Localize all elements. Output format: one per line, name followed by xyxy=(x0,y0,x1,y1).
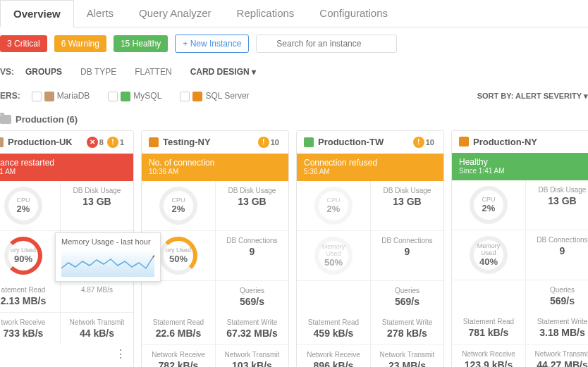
metric-cell: Statement Read781 kB/s xyxy=(452,312,525,344)
gauge-memory: Memory Used50% xyxy=(297,230,370,280)
status-time: 10:36 AM xyxy=(149,168,281,175)
tab-overview[interactable]: Overview xyxy=(0,0,74,27)
instance-card: Testing-NY!10No. of connection10:36 AMCP… xyxy=(141,130,289,367)
gauge-cpu: CPU2% xyxy=(452,180,525,230)
metric-cell: 4.87 MB/s xyxy=(60,280,133,312)
alert-red-icon: ✕ xyxy=(87,137,98,148)
gauge-cpu: CPU2% xyxy=(297,181,370,230)
checkbox[interactable] xyxy=(108,92,118,101)
card-header[interactable]: Production-NY xyxy=(452,131,588,153)
mssql-icon xyxy=(459,137,469,147)
search-input[interactable] xyxy=(256,35,397,53)
filter-maria[interactable]: MariaDB xyxy=(27,88,94,104)
tabs-bar: OverviewAlertsQuery AnalyzerReplications… xyxy=(0,0,588,27)
status-title: stance restarted xyxy=(0,158,126,168)
view-carddesign[interactable]: CARD DESIGN ▾ xyxy=(186,64,260,80)
view-groups[interactable]: GROUPS xyxy=(21,64,66,80)
alert-count: 8 xyxy=(99,138,104,147)
metric-cell: twork Receive733 kB/s xyxy=(0,312,60,344)
gauge-cpu: CPU2% xyxy=(142,181,215,230)
new-instance-button[interactable]: + New Instance xyxy=(175,35,249,53)
sort-control[interactable]: SORT BY: ALERT SEVERITY ▾ xyxy=(477,92,588,101)
filter-mysql[interactable]: MySQL xyxy=(104,88,166,104)
metrics-grid: CPU2%DB Disk Usage13 GBMemory Used40%DB … xyxy=(452,180,588,312)
status-bar: stance restarted:41 AM xyxy=(0,154,133,181)
badge-warning[interactable]: 6 Warning xyxy=(54,35,106,52)
filters-label: ERS: xyxy=(0,91,20,101)
metric-cell: Statement Write3.18 MB/s xyxy=(525,312,588,344)
metric-cell: Statement Read459 kB/s xyxy=(297,313,370,344)
alert-count: 10 xyxy=(426,138,434,147)
gauge-cpu: CPU2% xyxy=(0,181,60,230)
filter-mssql[interactable]: SQL Server xyxy=(176,88,253,104)
metric-cell: atement Read2.13 MB/s xyxy=(0,280,60,312)
views-row: VS: GROUPS DB TYPE FLATTEN CARD DESIGN ▾ xyxy=(0,60,588,84)
instance-card: Production-NYHealthySince 1:41 AMCPU2%DB… xyxy=(451,130,588,367)
status-bar: HealthySince 1:41 AM xyxy=(452,153,588,180)
checkbox[interactable] xyxy=(32,92,42,101)
status-time: :41 AM xyxy=(0,168,126,175)
tab-replications[interactable]: Replications xyxy=(224,0,307,27)
metrics-bottom: Statement Read22.6 MB/sStatement Write67… xyxy=(142,313,288,367)
folder-icon xyxy=(0,115,11,124)
metric-cell: Network Transmit44.27 MB/s xyxy=(525,344,588,367)
views-label: VS: xyxy=(0,67,14,77)
checkbox[interactable] xyxy=(180,92,190,101)
metric-cell: Network Transmit23 MB/s xyxy=(370,344,443,367)
metric-cell: Network Receive123.9 kB/s xyxy=(452,344,525,367)
sparkline xyxy=(61,249,154,277)
metrics-grid: CPU2%DB Disk Usage13 GBMemory Used50%DB … xyxy=(297,181,443,313)
status-time: 5:36 AM xyxy=(304,168,436,175)
filters-row: ERS: MariaDBMySQLSQL ServerSORT BY: ALER… xyxy=(0,84,588,108)
mssql-icon xyxy=(149,137,159,147)
tab-configurations[interactable]: Configurations xyxy=(307,0,400,27)
status-title: Healthy xyxy=(459,157,588,167)
metric-cell: Network Transmit103 kB/s xyxy=(215,344,288,367)
alert-orange-icon: ! xyxy=(107,137,118,148)
status-bar: No. of connection10:36 AM xyxy=(142,154,288,181)
card-menu-icon[interactable]: ⋮ xyxy=(0,344,133,365)
view-flatten[interactable]: FLATTEN xyxy=(130,64,176,80)
tab-alerts[interactable]: Alerts xyxy=(74,0,126,27)
metric-cell: Network Receive782 kB/s xyxy=(142,344,215,367)
card-title: Production-UK xyxy=(8,137,73,147)
metric-cell: Statement Write67.32 MB/s xyxy=(215,313,288,344)
card-header[interactable]: Production-TW!10 xyxy=(297,131,443,154)
memory-tooltip: Memory Usage - last hour xyxy=(55,232,161,282)
metric-cell: Statement Read22.6 MB/s xyxy=(142,313,215,344)
metrics-bottom: Statement Read459 kB/sStatement Write278… xyxy=(297,313,443,367)
gauge-memory: ory Used90% xyxy=(0,230,60,280)
metric-cell: Statement Write278 kB/s xyxy=(370,313,443,344)
status-bar: Connection refused5:36 AM xyxy=(297,154,443,181)
metric-cell: Network Receive896 kB/s xyxy=(297,344,370,367)
alert-count: 1 xyxy=(120,138,124,147)
metrics-grid: CPU2%DB Disk Usage13 GBory Used50%DB Con… xyxy=(142,181,288,313)
maria-icon xyxy=(44,92,54,101)
view-dbtype[interactable]: DB TYPE xyxy=(76,64,121,80)
card-title: Production-TW xyxy=(318,137,384,147)
folder-row[interactable]: Production (6) xyxy=(0,108,588,130)
mysql-icon xyxy=(121,92,130,101)
summary-row: 3 Critical 6 Warning 15 Healthy + New In… xyxy=(0,27,588,60)
alert-orange-icon: ! xyxy=(413,137,424,148)
badge-healthy[interactable]: 15 Healthy xyxy=(114,35,168,52)
status-title: Connection refused xyxy=(304,158,436,168)
metrics-bottom: Statement Read781 kB/sStatement Write3.1… xyxy=(452,312,588,367)
instance-card: Production-TW!10Connection refused5:36 A… xyxy=(296,130,444,367)
gauge-memory: Memory Used40% xyxy=(452,230,525,280)
tooltip-title: Memory Usage - last hour xyxy=(61,237,151,246)
alert-count: 10 xyxy=(271,138,279,147)
status-time: Since 1:41 AM xyxy=(459,167,588,175)
status-title: No. of connection xyxy=(149,158,281,168)
badge-critical[interactable]: 3 Critical xyxy=(0,35,47,52)
alert-orange-icon: ! xyxy=(258,137,269,148)
card-title: Testing-NY xyxy=(163,137,211,147)
tab-query-analyzer[interactable]: Query Analyzer xyxy=(126,0,224,27)
card-header[interactable]: Production-UK✕8!1 xyxy=(0,131,133,154)
mysql-icon xyxy=(304,137,314,147)
search-wrap xyxy=(256,35,397,53)
card-header[interactable]: Testing-NY!10 xyxy=(142,131,288,154)
maria-icon xyxy=(0,137,4,147)
mssql-icon xyxy=(192,92,202,101)
card-title: Production-NY xyxy=(473,137,537,147)
